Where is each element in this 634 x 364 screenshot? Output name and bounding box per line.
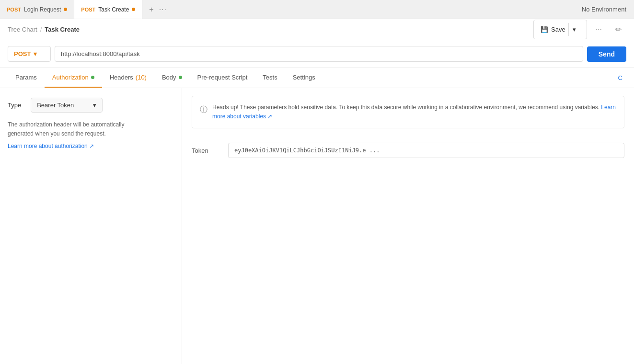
token-row: Token xyxy=(192,138,624,163)
auth-left-panel: Type Bearer Token ▾ The authorization he… xyxy=(0,88,182,364)
tab-login[interactable]: POST Login Request xyxy=(0,0,74,19)
breadcrumb-current: Task Create xyxy=(45,26,80,33)
tab-add-button[interactable]: + ··· xyxy=(144,5,172,14)
tab-params-label: Params xyxy=(15,74,37,81)
tab-body-label: Body xyxy=(162,74,176,81)
method-chevron-icon: ▾ xyxy=(34,50,37,57)
save-chevron[interactable]: ▾ xyxy=(568,23,580,36)
alert-text: Heads up! These parameters hold sensitiv… xyxy=(212,103,616,121)
method-value: POST xyxy=(14,50,31,57)
tab-task[interactable]: POST Task Create xyxy=(74,0,142,19)
tab-authorization[interactable]: Authorization xyxy=(45,68,102,88)
tab-body-dot xyxy=(179,76,182,79)
save-button[interactable]: 💾 Save ▾ xyxy=(533,20,587,39)
more-tabs-icon: ··· xyxy=(159,5,167,14)
tab-params[interactable]: Params xyxy=(8,68,45,88)
tab-headers-label: Headers xyxy=(110,74,133,81)
tab-dot-login xyxy=(64,8,67,11)
alert-icon: ⓘ xyxy=(200,103,207,121)
edit-button[interactable]: ✏ xyxy=(611,22,626,37)
auth-desc-line2: generated when you send the request. xyxy=(8,130,106,137)
request-nav-tabs: Params Authorization Headers (10) Body P… xyxy=(0,68,634,88)
tab-pre-request[interactable]: Pre-request Script xyxy=(190,68,255,88)
tab-body[interactable]: Body xyxy=(154,68,190,88)
tab-tests-label: Tests xyxy=(263,74,277,81)
tab-settings[interactable]: Settings xyxy=(285,68,323,88)
auth-right-panel: ⓘ Heads up! These parameters hold sensit… xyxy=(182,88,634,364)
method-select[interactable]: POST ▾ xyxy=(8,46,51,62)
breadcrumb-actions: 💾 Save ▾ ··· ✏ xyxy=(533,20,626,39)
auth-desc-line1: The authorization header will be automat… xyxy=(8,121,124,128)
tab-tests[interactable]: Tests xyxy=(255,68,285,88)
save-icon: 💾 xyxy=(541,26,548,33)
tab-pre-request-label: Pre-request Script xyxy=(197,74,248,81)
auth-description: The authorization header will be automat… xyxy=(8,120,174,138)
tab-authorization-label: Authorization xyxy=(52,74,89,81)
cookies-button[interactable]: C xyxy=(614,74,626,81)
tab-headers[interactable]: Headers (10) xyxy=(102,68,154,88)
tab-label-login: Login Request xyxy=(24,6,61,13)
tab-method-task: POST xyxy=(81,7,95,12)
breadcrumb-separator: / xyxy=(40,26,42,33)
breadcrumb: Tree Chart / Task Create xyxy=(8,26,80,33)
tab-headers-count: (10) xyxy=(136,74,147,81)
learn-more-auth-link[interactable]: Learn more about authorization ↗ xyxy=(8,143,94,149)
url-bar: POST ▾ Send xyxy=(0,40,634,68)
url-input[interactable] xyxy=(55,46,583,62)
save-label: Save xyxy=(551,26,565,33)
send-button[interactable]: Send xyxy=(587,46,626,62)
tab-label-task: Task Create xyxy=(98,6,129,13)
tab-bar: POST Login Request POST Task Create + ··… xyxy=(0,0,634,19)
tab-settings-label: Settings xyxy=(293,74,315,81)
type-row: Type Bearer Token ▾ xyxy=(8,98,174,113)
bearer-token-select[interactable]: Bearer Token ▾ xyxy=(31,98,103,113)
tab-method-login: POST xyxy=(7,7,21,12)
type-chevron-icon: ▾ xyxy=(93,102,96,109)
tab-authorization-dot xyxy=(91,76,94,79)
alert-box: ⓘ Heads up! These parameters hold sensit… xyxy=(192,96,624,128)
token-input[interactable] xyxy=(228,143,624,158)
bearer-token-value: Bearer Token xyxy=(37,102,74,109)
env-selector[interactable]: No Environment xyxy=(574,6,634,13)
add-tab-icon: + xyxy=(149,5,154,14)
type-label: Type xyxy=(8,102,21,109)
breadcrumb-parent[interactable]: Tree Chart xyxy=(8,26,37,33)
tab-dot-task xyxy=(132,8,135,11)
token-label: Token xyxy=(192,147,220,154)
breadcrumb-bar: Tree Chart / Task Create 💾 Save ▾ ··· ✏ xyxy=(0,19,634,40)
more-options-button[interactable]: ··· xyxy=(591,23,607,37)
main-content: Type Bearer Token ▾ The authorization he… xyxy=(0,88,634,364)
